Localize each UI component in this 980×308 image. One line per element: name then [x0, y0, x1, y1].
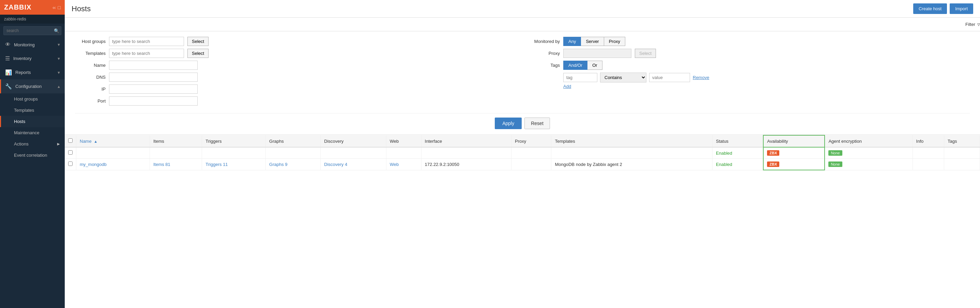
sort-asc-icon: ▲: [94, 139, 97, 143]
monitored-by-server[interactable]: Server: [581, 37, 604, 46]
filter-row-dns: DNS: [75, 73, 515, 82]
tag-name-input[interactable]: [563, 73, 597, 82]
none-badge: None: [828, 162, 842, 167]
items-link[interactable]: Items 81: [153, 162, 170, 167]
sub-item-label: Hosts: [14, 119, 25, 124]
logo: ZABBIX: [4, 3, 31, 11]
hosts-table-area: Name ▲ Items Triggers Graphs Discovery W…: [65, 135, 980, 308]
sidebar-search-input[interactable]: [3, 26, 61, 35]
apply-button[interactable]: Apply: [495, 117, 522, 129]
row2-discovery[interactable]: Discovery 4: [321, 159, 386, 170]
row2-status: Enabled: [713, 159, 764, 170]
host-groups-input[interactable]: [109, 37, 184, 46]
triggers-link[interactable]: Triggers 11: [205, 162, 228, 167]
row2-web[interactable]: Web: [386, 159, 421, 170]
discovery-link[interactable]: Discovery 4: [324, 162, 347, 167]
sidebar-item-host-groups[interactable]: Host groups: [0, 94, 65, 105]
sidebar-item-event-correlation[interactable]: Event correlation: [0, 149, 65, 161]
th-tags: Tags: [944, 135, 980, 147]
add-tag-link[interactable]: Add: [563, 84, 571, 89]
filter-bar: Filter ▿: [65, 18, 980, 31]
sidebar-item-actions[interactable]: Actions ►: [0, 138, 65, 149]
sidebar-item-label: Configuration: [15, 84, 54, 89]
inventory-icon: ☰: [5, 55, 10, 62]
ip-input[interactable]: [109, 84, 197, 94]
chevron-down-icon: ▼: [57, 43, 60, 47]
th-discovery: Discovery: [321, 135, 386, 147]
sidebar-item-inventory[interactable]: ☰ Inventory ▼: [0, 51, 65, 65]
monitoring-icon: 👁: [5, 41, 11, 48]
th-name[interactable]: Name ▲: [76, 135, 150, 147]
graphs-link[interactable]: Graphs 9: [269, 162, 287, 167]
sub-item-label: Event correlation: [14, 152, 48, 158]
proxy-input: [563, 49, 632, 58]
th-status: Status: [713, 135, 764, 147]
chevron-down-icon: ▼: [57, 57, 60, 60]
monitored-by-proxy[interactable]: Proxy: [604, 37, 625, 46]
sidebar-item-monitoring[interactable]: 👁 Monitoring ▼: [0, 38, 65, 51]
host-groups-select-button[interactable]: Select: [188, 37, 208, 46]
filter-row-host-groups: Host groups Select: [75, 37, 515, 46]
monitored-by-any[interactable]: Any: [563, 37, 581, 46]
tag-condition-select[interactable]: Contains Equals Does not contain Does no…: [600, 73, 646, 83]
remove-tag-link[interactable]: Remove: [693, 75, 709, 80]
search-icon: 🔍: [54, 28, 59, 33]
row1-checkbox[interactable]: [68, 150, 73, 155]
sidebar-header-icons: ‹‹ □: [52, 5, 60, 10]
filter-panel: Host groups Select Templates Select Name…: [65, 31, 980, 135]
web-link[interactable]: Web: [390, 162, 399, 167]
th-info: Info: [913, 135, 944, 147]
tags-toggle-group: And/Or Or: [563, 60, 603, 70]
dns-input[interactable]: [109, 73, 197, 82]
filter-grid: Host groups Select Templates Select Name…: [75, 37, 970, 108]
select-all-header: [65, 135, 76, 147]
sidebar-item-hosts[interactable]: Hosts: [0, 116, 65, 127]
sub-item-label: Templates: [14, 108, 34, 113]
row2-graphs[interactable]: Graphs 9: [266, 159, 321, 170]
port-label: Port: [75, 98, 106, 103]
row1-tags: [944, 147, 980, 159]
tags-or-button[interactable]: Or: [587, 60, 602, 70]
create-host-button[interactable]: Create host: [913, 3, 947, 14]
templates-input[interactable]: [109, 49, 184, 58]
row2-checkbox[interactable]: [68, 162, 73, 166]
tag-input-row: Contains Equals Does not contain Does no…: [563, 73, 970, 83]
tags-and-or-button[interactable]: And/Or: [563, 60, 587, 70]
sub-item-label: Maintenance: [14, 130, 39, 135]
sidebar-item-templates[interactable]: Templates: [0, 105, 65, 116]
th-web: Web: [386, 135, 421, 147]
import-button[interactable]: Import: [950, 3, 973, 14]
row1-web: [386, 147, 421, 159]
sidebar-item-configuration[interactable]: 🔧 Configuration ▲: [0, 79, 65, 94]
filter-left-col: Host groups Select Templates Select Name…: [75, 37, 515, 108]
sub-item-label: Actions: [14, 141, 29, 146]
th-triggers: Triggers: [202, 135, 266, 147]
row2-name[interactable]: my_mongodb: [76, 159, 150, 170]
port-input[interactable]: [109, 97, 197, 106]
sidebar-item-maintenance[interactable]: Maintenance: [0, 127, 65, 138]
sidebar-search-wrapper: 🔍: [0, 24, 65, 38]
row2-triggers[interactable]: Triggers 11: [202, 159, 266, 170]
host-name-link[interactable]: my_mongodb: [80, 162, 107, 167]
row1-checkbox-cell: [65, 147, 76, 159]
proxy-select-button[interactable]: Select: [635, 49, 656, 58]
sub-item-label: Host groups: [14, 97, 38, 102]
select-all-checkbox[interactable]: [68, 138, 73, 143]
filter-toggle[interactable]: Filter ▿: [965, 21, 980, 28]
table-row: my_mongodb Items 81 Triggers 11 Graphs 9…: [65, 159, 980, 170]
name-input[interactable]: [109, 60, 197, 70]
sidebar-item-reports[interactable]: 📊 Reports ▼: [0, 65, 65, 79]
templates-select-button[interactable]: Select: [188, 49, 208, 58]
collapse-icon[interactable]: ‹‹: [52, 5, 56, 10]
row2-items[interactable]: Items 81: [150, 159, 202, 170]
tag-value-input[interactable]: [649, 73, 690, 82]
filter-row-port: Port: [75, 97, 515, 106]
reset-button[interactable]: Reset: [524, 117, 550, 129]
monitored-by-label: Monitored by: [529, 39, 560, 44]
table-row: Enabled ZBX None: [65, 147, 980, 159]
main-content: Hosts Create host Import Filter ▿ Host g…: [65, 0, 980, 308]
expand-icon[interactable]: □: [58, 5, 60, 10]
filter-right-col: Monitored by Any Server Proxy Proxy Sele…: [529, 37, 970, 108]
row1-items: [150, 147, 202, 159]
filter-actions: Apply Reset: [75, 113, 970, 129]
